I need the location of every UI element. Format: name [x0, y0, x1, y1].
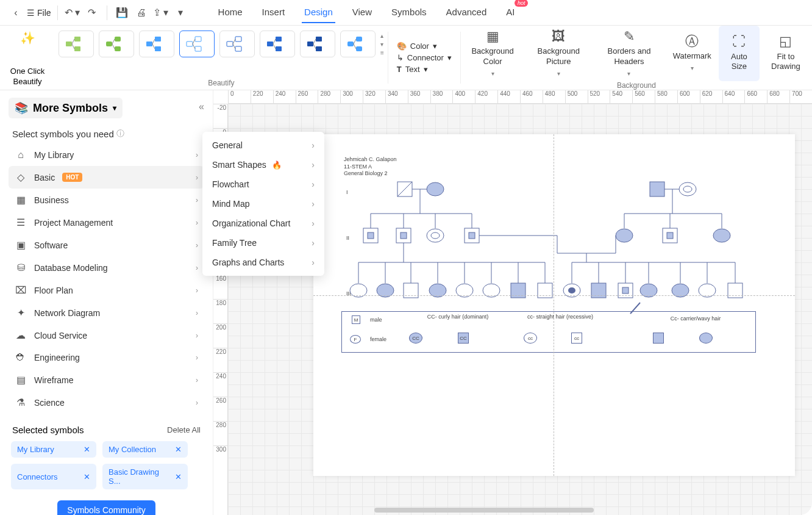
category-science[interactable]: ⚗Science›: [9, 391, 204, 414]
submenu-flowchart[interactable]: Flowchart›: [202, 175, 324, 194]
submenu-smart-shapes[interactable]: Smart Shapes 🔥›: [202, 155, 324, 175]
background-picture-button[interactable]: 🖼Background Picture▾: [524, 26, 593, 81]
more-symbols-header[interactable]: 📚 More Symbols ▾: [9, 98, 123, 118]
chevron-right-icon: ›: [196, 331, 198, 340]
redo-button[interactable]: ↷: [84, 4, 101, 21]
tab-insert[interactable]: Insert: [260, 2, 288, 23]
color-dropdown[interactable]: 🎨Color ▾: [397, 41, 452, 51]
chevron-right-icon: ›: [196, 241, 198, 250]
connector-dropdown[interactable]: ↳Connector ▾: [397, 53, 452, 62]
submenu-mind-map[interactable]: Mind Map›: [202, 194, 324, 214]
chevron-right-icon: ›: [312, 179, 315, 189]
symbols-community-button[interactable]: Symbols Community: [57, 500, 155, 515]
submenu-general[interactable]: General›: [202, 135, 324, 155]
chip-my-collection[interactable]: My Collection✕: [102, 441, 188, 458]
category-my-library[interactable]: ⌂My Library›: [9, 144, 204, 166]
ruler-tick: 340: [385, 90, 408, 103]
category-wireframe[interactable]: ▤Wireframe›: [9, 369, 204, 391]
remove-chip-button[interactable]: ✕: [84, 472, 90, 481]
style-thumb-5[interactable]: [219, 31, 255, 57]
remove-chip-button[interactable]: ✕: [84, 445, 90, 454]
export-button[interactable]: ⇪ ▾: [152, 4, 169, 21]
tab-home[interactable]: Home: [216, 2, 245, 23]
ruler-tick: 420: [475, 90, 497, 103]
chip-basic-drawing-s-[interactable]: Basic Drawing S...✕: [102, 464, 188, 489]
chip-my-library[interactable]: My Library✕: [11, 441, 96, 458]
submenu-organizational-chart[interactable]: Organizational Chart›: [202, 214, 324, 233]
chevron-right-icon: ›: [196, 196, 198, 204]
shape-properties: 🎨Color ▾ ↳Connector ▾ TText ▾: [388, 26, 460, 90]
fit-drawing-button[interactable]: ◱Fit to Drawing: [760, 26, 812, 81]
connector-icon: ↳: [397, 53, 404, 62]
submenu-family-tree[interactable]: Family Tree›: [202, 233, 324, 253]
borders-headers-button[interactable]: ✎Borders and Headers▾: [593, 26, 666, 81]
category-label: Science: [34, 398, 65, 408]
flame-icon: 🔥: [270, 160, 282, 170]
gallery-arrows[interactable]: ▴▾≡: [380, 32, 384, 56]
collapse-sidebar-button[interactable]: «: [199, 101, 204, 112]
svg-rect-0: [66, 41, 72, 46]
style-thumb-2[interactable]: [99, 31, 134, 57]
svg-rect-5: [115, 46, 121, 51]
one-click-beautify[interactable]: ✨ One Click Beautify: [0, 26, 55, 90]
style-thumb-6[interactable]: [260, 31, 295, 57]
help-icon[interactable]: ⓘ: [116, 128, 124, 139]
background-color-button[interactable]: ▦Background Color▾: [461, 26, 525, 81]
delete-all-button[interactable]: Delete All: [167, 425, 201, 434]
ruler-tick: 220: [251, 90, 273, 103]
tab-design[interactable]: Design: [302, 2, 335, 23]
file-label: File: [37, 8, 51, 18]
category-engineering[interactable]: ⛑Engineering›: [9, 347, 204, 369]
svg-rect-6: [146, 41, 152, 46]
chevron-right-icon: ›: [312, 238, 315, 248]
tab-symbols[interactable]: Symbols: [389, 2, 429, 23]
category-business[interactable]: ▦Business›: [9, 189, 204, 211]
save-button[interactable]: 💾: [113, 4, 130, 21]
undo-button[interactable]: ↶ ▾: [64, 4, 81, 21]
category-network-diagram[interactable]: ✦Network Diagram›: [9, 301, 204, 324]
remove-chip-button[interactable]: ✕: [175, 445, 182, 454]
text-dropdown[interactable]: TText ▾: [397, 65, 452, 74]
style-thumb-8[interactable]: [340, 31, 376, 57]
category-icon: ⛁: [15, 262, 27, 273]
category-software[interactable]: ▣Software›: [9, 234, 204, 256]
submenu-graphs-and-charts[interactable]: Graphs and Charts›: [202, 253, 324, 272]
style-thumb-7[interactable]: [300, 31, 335, 57]
svg-point-51: [616, 229, 633, 242]
borders-icon: ✎: [622, 29, 636, 44]
horizontal-scrollbar[interactable]: [374, 508, 594, 513]
background-section-label: Background: [617, 81, 656, 90]
category-project-management[interactable]: ☰Project Management›: [9, 211, 204, 234]
drawing-page[interactable]: Jehmicah C. Galapon 11-STEM A General Bi…: [313, 134, 795, 476]
category-label: Database Modeling: [34, 263, 108, 273]
tab-advanced[interactable]: Advanced: [444, 2, 490, 23]
menu-tabs: Home Insert Design View Symbols Advanced…: [216, 2, 518, 23]
style-thumb-1[interactable]: [59, 31, 94, 57]
chip-connectors[interactable]: Connectors✕: [11, 464, 96, 489]
remove-chip-button[interactable]: ✕: [175, 472, 182, 481]
chevron-down-icon: ▾: [113, 104, 116, 112]
print-button[interactable]: 🖨: [133, 4, 150, 21]
svg-rect-23: [356, 46, 362, 51]
category-floor-plan[interactable]: ⌧Floor Plan›: [9, 279, 204, 301]
category-icon: ▣: [15, 239, 27, 251]
svg-point-32: [683, 186, 692, 192]
auto-size-button[interactable]: ⛶Auto Size: [719, 26, 760, 81]
hot-tag: HOT: [62, 173, 82, 182]
tab-view[interactable]: View: [350, 2, 374, 23]
ruler-tick: 600: [677, 90, 700, 103]
style-thumb-3[interactable]: [139, 31, 174, 57]
category-basic[interactable]: ◇BasicHOT›: [9, 166, 204, 189]
category-cloud-service[interactable]: ☁Cloud Service›: [9, 324, 204, 347]
category-icon: ⚗: [15, 397, 27, 408]
autosize-icon: ⛶: [732, 35, 746, 49]
chevron-right-icon: ›: [196, 286, 198, 295]
file-menu[interactable]: ☰ File: [27, 8, 51, 18]
tab-ai[interactable]: AIhot: [504, 2, 517, 23]
style-thumb-4[interactable]: [179, 31, 215, 57]
ruler-tick: 240: [273, 90, 296, 103]
watermark-button[interactable]: ⒶWatermark▾: [666, 26, 719, 81]
more-button[interactable]: ▾: [172, 4, 189, 21]
category-database-modeling[interactable]: ⛁Database Modeling›: [9, 256, 204, 279]
back-button[interactable]: ‹: [7, 4, 24, 21]
